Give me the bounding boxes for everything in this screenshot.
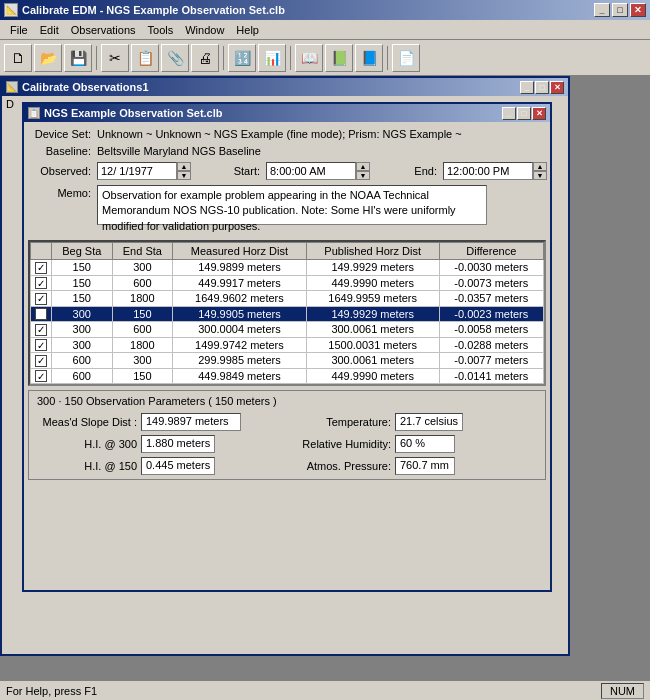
table-header-row: Beg Sta End Sta Measured Horz Dist Publi…: [31, 243, 544, 260]
help-btn2[interactable]: 📗: [325, 44, 353, 72]
row-check[interactable]: ✓: [31, 368, 52, 384]
checkbox[interactable]: ✓: [35, 308, 47, 320]
table-row[interactable]: ✓ 600 150 449.9849 meters 449.9990 meter…: [31, 368, 544, 384]
menu-observations[interactable]: Observations: [65, 22, 142, 38]
menu-tools[interactable]: Tools: [142, 22, 180, 38]
ngs-maximize[interactable]: □: [517, 107, 531, 120]
row-diff: -0.0023 meters: [439, 306, 543, 322]
start-up[interactable]: ▲: [356, 162, 370, 171]
baseline-row: Baseline: Beltsville Maryland NGS Baseli…: [32, 145, 542, 157]
table-row[interactable]: ✓ 150 600 449.9917 meters 449.9990 meter…: [31, 275, 544, 291]
row-measured: 149.9899 meters: [173, 260, 307, 276]
end-up[interactable]: ▲: [533, 162, 547, 171]
col-check: [31, 243, 52, 260]
row-published: 449.9990 meters: [306, 275, 439, 291]
row-check[interactable]: ✓: [31, 306, 52, 322]
open-button[interactable]: 📂: [34, 44, 62, 72]
table-row[interactable]: ✓ 300 150 149.9905 meters 149.9929 meter…: [31, 306, 544, 322]
hi-150-row: H.I. @ 150 0.445 meters: [37, 457, 283, 475]
menu-help[interactable]: Help: [230, 22, 265, 38]
table-scroll-area[interactable]: Beg Sta End Sta Measured Horz Dist Publi…: [30, 242, 544, 384]
observed-spinner[interactable]: 12/ 1/1977 ▲ ▼: [97, 162, 191, 180]
row-check[interactable]: ✓: [31, 291, 52, 307]
row-diff: -0.0077 meters: [439, 353, 543, 369]
print-button[interactable]: 🖨: [191, 44, 219, 72]
hi-300-row: H.I. @ 300 1.880 meters: [37, 435, 283, 453]
memo-row: Memo: Observation for example problem ap…: [32, 185, 542, 225]
temp-label: Temperature:: [291, 416, 391, 428]
help-btn1[interactable]: 📖: [295, 44, 323, 72]
calib-close[interactable]: ✕: [550, 81, 564, 94]
start-down[interactable]: ▼: [356, 171, 370, 180]
observed-down[interactable]: ▼: [177, 171, 191, 180]
row-published: 449.9990 meters: [306, 368, 439, 384]
checkbox[interactable]: ✓: [35, 293, 47, 305]
minimize-button[interactable]: _: [594, 3, 610, 17]
checkbox[interactable]: ✓: [35, 339, 47, 351]
cut-button[interactable]: ✂: [101, 44, 129, 72]
row-diff: -0.0030 meters: [439, 260, 543, 276]
table-row[interactable]: ✓ 150 300 149.9899 meters 149.9929 meter…: [31, 260, 544, 276]
checkbox[interactable]: ✓: [35, 370, 47, 382]
table-body: ✓ 150 300 149.9899 meters 149.9929 meter…: [31, 260, 544, 384]
graph-button[interactable]: 📊: [258, 44, 286, 72]
checkbox[interactable]: ✓: [35, 262, 47, 274]
observed-input[interactable]: 12/ 1/1977: [97, 162, 177, 180]
ngs-win-title-text: NGS Example Observation Set.clb: [44, 107, 223, 119]
row-check[interactable]: ✓: [31, 322, 52, 338]
col-published: Published Horz Dist: [306, 243, 439, 260]
start-spinner[interactable]: 8:00:00 AM ▲ ▼: [266, 162, 370, 180]
save-button[interactable]: 💾: [64, 44, 92, 72]
calib-maximize[interactable]: □: [535, 81, 549, 94]
ngs-minimize[interactable]: _: [502, 107, 516, 120]
checkbox[interactable]: ✓: [35, 277, 47, 289]
start-input[interactable]: 8:00:00 AM: [266, 162, 356, 180]
row-beg-sta: 150: [52, 260, 113, 276]
end-spinner[interactable]: 12:00:00 PM ▲ ▼: [443, 162, 547, 180]
hi-150-value: 0.445 meters: [141, 457, 215, 475]
table-row[interactable]: ✓ 600 300 299.9985 meters 300.0061 meter…: [31, 353, 544, 369]
close-button[interactable]: ✕: [630, 3, 646, 17]
row-beg-sta: 600: [52, 368, 113, 384]
checkbox[interactable]: ✓: [35, 324, 47, 336]
col-beg-sta: Beg Sta: [52, 243, 113, 260]
toolbar-sep-4: [387, 46, 388, 70]
extra-btn[interactable]: 📄: [392, 44, 420, 72]
help-btn3[interactable]: 📘: [355, 44, 383, 72]
end-down[interactable]: ▼: [533, 171, 547, 180]
hi-150-label: H.I. @ 150: [37, 460, 137, 472]
row-diff: -0.0141 meters: [439, 368, 543, 384]
row-check[interactable]: ✓: [31, 353, 52, 369]
baseline-label: Baseline:: [32, 145, 97, 157]
calib-minimize[interactable]: _: [520, 81, 534, 94]
observed-up[interactable]: ▲: [177, 162, 191, 171]
params-right: Temperature: 21.7 celsius Relative Humid…: [291, 413, 537, 475]
table-row[interactable]: ✓ 300 600 300.0004 meters 300.0061 meter…: [31, 322, 544, 338]
maximize-button[interactable]: □: [612, 3, 628, 17]
menu-file[interactable]: File: [4, 22, 34, 38]
table-row[interactable]: ✓ 150 1800 1649.9602 meters 1649.9959 me…: [31, 291, 544, 307]
pressure-label: Atmos. Pressure:: [291, 460, 391, 472]
ngs-close[interactable]: ✕: [532, 107, 546, 120]
mdi-area: 📐 Calibrate Observations1 _ □ ✕ D 📋 NGS …: [0, 76, 650, 680]
row-check[interactable]: ✓: [31, 337, 52, 353]
temp-value: 21.7 celsius: [395, 413, 463, 431]
table-row[interactable]: ✓ 300 1800 1499.9742 meters 1500.0031 me…: [31, 337, 544, 353]
menu-edit[interactable]: Edit: [34, 22, 65, 38]
row-published: 149.9929 meters: [306, 306, 439, 322]
memo-label: Memo:: [32, 185, 97, 199]
paste-button[interactable]: 📎: [161, 44, 189, 72]
meas-slope-row: Meas'd Slope Dist : 149.9897 meters: [37, 413, 283, 431]
row-check[interactable]: ✓: [31, 260, 52, 276]
row-diff: -0.0357 meters: [439, 291, 543, 307]
calc-button[interactable]: 🔢: [228, 44, 256, 72]
row-check[interactable]: ✓: [31, 275, 52, 291]
checkbox[interactable]: ✓: [35, 355, 47, 367]
ngs-win-buttons: _ □ ✕: [502, 107, 546, 120]
row-published: 300.0061 meters: [306, 322, 439, 338]
end-input[interactable]: 12:00:00 PM: [443, 162, 533, 180]
copy-button[interactable]: 📋: [131, 44, 159, 72]
menu-window[interactable]: Window: [179, 22, 230, 38]
hi-300-label: H.I. @ 300: [37, 438, 137, 450]
new-button[interactable]: 🗋: [4, 44, 32, 72]
